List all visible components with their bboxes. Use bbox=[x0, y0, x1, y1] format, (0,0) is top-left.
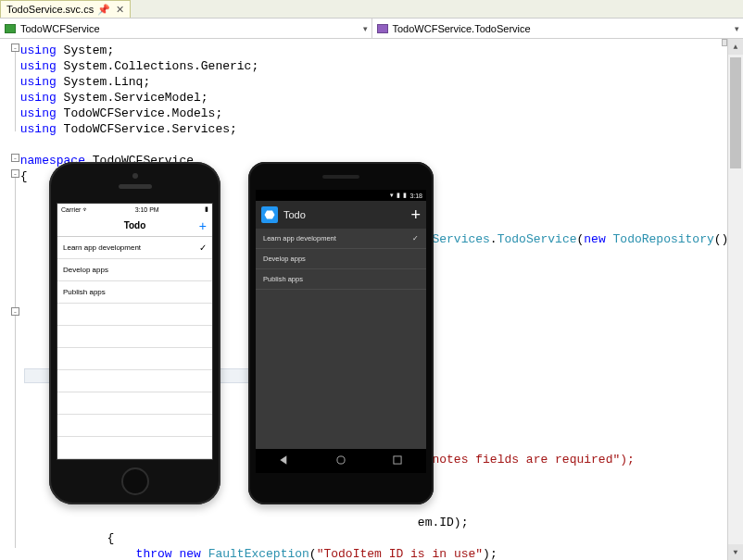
tab-filename: TodoService.svc.cs bbox=[6, 4, 94, 15]
wifi-icon: ▾ bbox=[390, 192, 394, 199]
ios-time: 3:10 PM bbox=[135, 206, 159, 213]
namespace-dropdown[interactable]: TodoWCFService ▾ bbox=[0, 19, 372, 38]
list-item[interactable]: Develop apps bbox=[256, 249, 426, 269]
ios-add-button[interactable]: + bbox=[199, 218, 207, 233]
chevron-down-icon: ▾ bbox=[735, 24, 739, 33]
svg-point-1 bbox=[337, 455, 345, 463]
list-item[interactable] bbox=[57, 415, 212, 437]
namespace-icon bbox=[4, 22, 17, 35]
ios-nav-bar: Todo + bbox=[57, 215, 212, 237]
iphone-home-button[interactable] bbox=[121, 467, 149, 495]
battery-icon: ▮ bbox=[205, 205, 208, 213]
iphone-mockup: Carrier ᯤ 3:10 PM ▮ Todo + Learn app dev… bbox=[49, 162, 220, 504]
list-item[interactable]: Develop apps bbox=[57, 259, 212, 281]
class-dropdown[interactable]: TodoWCFService.TodoService ▾ bbox=[372, 19, 744, 38]
check-icon: ✓ bbox=[412, 234, 419, 243]
ios-title: Todo bbox=[124, 220, 146, 230]
android-time: 3:18 bbox=[409, 193, 422, 199]
list-item[interactable] bbox=[57, 370, 212, 392]
close-icon[interactable]: ✕ bbox=[114, 4, 126, 16]
class-label: TodoWCFService.TodoService bbox=[393, 23, 531, 34]
wifi-icon: ᯤ bbox=[82, 206, 89, 213]
vertical-scrollbar[interactable]: ▲ ▼ bbox=[727, 39, 743, 560]
scroll-down-arrow[interactable]: ▼ bbox=[728, 544, 743, 560]
android-home-button[interactable] bbox=[334, 454, 347, 469]
fold-gutter: - - - - bbox=[0, 39, 17, 560]
android-title: Todo bbox=[283, 209, 405, 220]
scroll-up-arrow[interactable]: ▲ bbox=[728, 39, 743, 55]
list-item[interactable] bbox=[57, 348, 212, 370]
list-item[interactable] bbox=[57, 437, 212, 459]
xamarin-icon bbox=[261, 206, 278, 223]
ios-todo-list[interactable]: Learn app development✓ Develop apps Publ… bbox=[57, 237, 212, 459]
split-handle[interactable] bbox=[722, 39, 727, 46]
document-tab[interactable]: TodoService.svc.cs 📌 ✕ bbox=[0, 0, 131, 18]
list-item[interactable]: Publish apps bbox=[256, 269, 426, 290]
list-item[interactable]: Learn app development✓ bbox=[57, 237, 212, 259]
list-item[interactable]: Learn app development✓ bbox=[256, 229, 426, 249]
android-speaker bbox=[322, 175, 359, 179]
android-todo-list[interactable]: Learn app development✓ Develop apps Publ… bbox=[256, 229, 426, 449]
android-status-bar: ▾ ▮ ▮ 3:18 bbox=[256, 190, 426, 201]
scroll-thumb[interactable] bbox=[730, 57, 741, 168]
list-item[interactable] bbox=[57, 326, 212, 348]
iphone-screen: Carrier ᯤ 3:10 PM ▮ Todo + Learn app dev… bbox=[57, 203, 213, 460]
ios-status-bar: Carrier ᯤ 3:10 PM ▮ bbox=[57, 204, 212, 215]
svg-marker-0 bbox=[265, 211, 275, 219]
android-back-button[interactable] bbox=[278, 454, 291, 469]
list-item[interactable]: Publish apps bbox=[57, 281, 212, 304]
list-item[interactable] bbox=[57, 304, 212, 326]
chevron-down-icon: ▾ bbox=[363, 24, 368, 33]
svg-rect-2 bbox=[394, 455, 401, 463]
code-navigation-bar: TodoWCFService ▾ TodoWCFService.TodoServ… bbox=[0, 19, 743, 39]
document-tab-bar: TodoService.svc.cs 📌 ✕ bbox=[0, 0, 743, 19]
check-icon: ✓ bbox=[199, 243, 207, 253]
android-recent-button[interactable] bbox=[391, 454, 404, 469]
pin-icon[interactable]: 📌 bbox=[97, 4, 110, 16]
battery-icon: ▮ bbox=[403, 192, 407, 199]
namespace-label: TodoWCFService bbox=[20, 23, 100, 34]
iphone-speaker bbox=[119, 184, 152, 189]
signal-icon: ▮ bbox=[397, 192, 400, 199]
class-icon bbox=[376, 22, 389, 35]
android-screen: ▾ ▮ ▮ 3:18 Todo + Learn app development✓… bbox=[256, 190, 426, 473]
android-mockup: ▾ ▮ ▮ 3:18 Todo + Learn app development✓… bbox=[248, 162, 434, 504]
list-item[interactable] bbox=[57, 392, 212, 415]
ios-carrier: Carrier bbox=[61, 206, 81, 213]
iphone-camera bbox=[132, 173, 138, 179]
android-add-button[interactable]: + bbox=[410, 205, 421, 225]
android-nav-bar bbox=[256, 449, 426, 473]
android-app-bar: Todo + bbox=[256, 201, 426, 229]
